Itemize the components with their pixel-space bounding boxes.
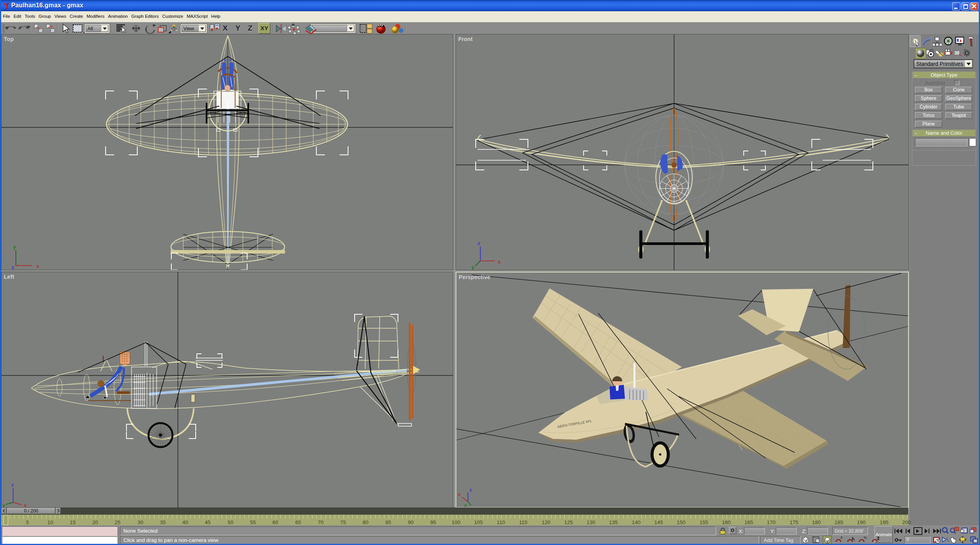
svg-text:x: x	[498, 259, 501, 265]
svg-text:y: y	[2, 502, 5, 507]
svg-text:%: %	[864, 536, 867, 540]
svg-text:x: x	[36, 263, 39, 269]
svg-text:y: y	[471, 264, 475, 270]
svg-text:x: x	[458, 492, 461, 497]
svg-text:z: z	[478, 240, 480, 246]
svg-text:z: z	[470, 487, 472, 493]
svg-text:z: z	[11, 482, 14, 488]
svg-text:x: x	[24, 502, 27, 507]
svg-text:3: 3	[840, 536, 842, 540]
svg-text:z: z	[12, 264, 14, 270]
svg-text:y: y	[464, 503, 467, 507]
svg-text:y: y	[13, 244, 16, 250]
